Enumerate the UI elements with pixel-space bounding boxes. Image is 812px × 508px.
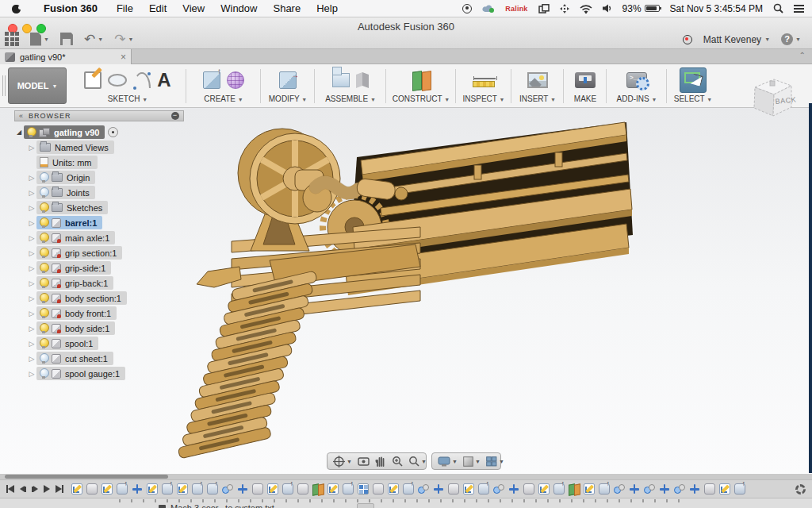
- timeline-extrude-feature[interactable]: [162, 483, 173, 495]
- timeline-move-feature[interactable]: [132, 483, 143, 495]
- menu-file[interactable]: File: [109, 2, 141, 14]
- new-file-button[interactable]: ▼: [30, 33, 49, 46]
- timeline-settings-gear-icon[interactable]: [795, 484, 806, 495]
- tree-row[interactable]: ▷spool:1: [27, 336, 193, 351]
- zoom-tool[interactable]: [392, 456, 403, 467]
- create-sketch-icon[interactable]: [84, 71, 102, 89]
- timeline-extrude-feature[interactable]: [117, 483, 128, 495]
- timeline-body-feature[interactable]: [297, 483, 308, 495]
- expand-arrow-icon[interactable]: ▷: [27, 370, 36, 378]
- browser-minus-icon[interactable]: −: [171, 112, 179, 120]
- insert-menu[interactable]: INSERT ▼: [514, 94, 561, 103]
- expand-arrow-icon[interactable]: ▷: [27, 204, 36, 212]
- make-menu[interactable]: MAKE: [566, 94, 604, 103]
- tree-row[interactable]: ▷Named Views: [27, 140, 193, 155]
- fit-tool[interactable]: ▼: [408, 456, 427, 467]
- visibility-bulb-icon[interactable]: [40, 263, 48, 273]
- expand-arrow-icon[interactable]: ◢: [14, 129, 24, 136]
- extrude-icon[interactable]: [203, 71, 220, 89]
- workspace-selector[interactable]: MODEL▼: [8, 67, 67, 104]
- app-grid-icon[interactable]: [5, 32, 19, 46]
- tree-row[interactable]: Units: mm: [27, 155, 193, 170]
- visibility-bulb-icon[interactable]: [40, 233, 48, 243]
- visibility-bulb-icon[interactable]: [40, 202, 48, 213]
- visibility-bulb-icon[interactable]: [40, 308, 48, 318]
- expand-arrow-icon[interactable]: ▷: [27, 174, 36, 182]
- tree-row[interactable]: ▷main axle:1: [27, 230, 193, 245]
- timeline-sketch-feature[interactable]: [177, 483, 188, 495]
- tree-row[interactable]: ▷grip section:1: [27, 245, 193, 260]
- visibility-bulb-icon[interactable]: [40, 353, 48, 364]
- menu-share[interactable]: Share: [265, 2, 308, 14]
- assemble-menu[interactable]: ASSEMBLE ▼: [317, 94, 384, 103]
- visibility-bulb-icon[interactable]: [40, 293, 48, 303]
- timeline-sketch-feature[interactable]: [719, 483, 730, 495]
- construct-plane-icon[interactable]: [411, 71, 431, 89]
- timeline-move-feature[interactable]: [689, 483, 700, 495]
- step-forward-button[interactable]: [32, 486, 38, 492]
- help-menu[interactable]: ? ▼: [781, 33, 801, 45]
- expand-arrow-icon[interactable]: ▷: [27, 310, 36, 318]
- timeline-move-feature[interactable]: [659, 483, 670, 495]
- tree-row[interactable]: ▷barrel:1: [27, 215, 193, 230]
- modify-menu[interactable]: MODIFY ▼: [263, 94, 312, 103]
- tree-row[interactable]: ▷body side:1: [27, 321, 193, 336]
- expand-arrow-icon[interactable]: ▷: [27, 249, 36, 257]
- timeline-joint-feature[interactable]: [222, 483, 233, 495]
- construct-menu[interactable]: CONSTRUCT ▼: [389, 94, 454, 103]
- notification-center-icon[interactable]: [794, 5, 804, 13]
- timeline-sketch-feature[interactable]: [147, 483, 158, 495]
- joint-tool-icon[interactable]: [356, 72, 369, 88]
- inspect-menu[interactable]: INSPECT ▼: [458, 94, 509, 103]
- timeline-sketch-feature[interactable]: [584, 483, 595, 495]
- volume-icon[interactable]: [603, 4, 612, 13]
- expand-arrow-icon[interactable]: ▷: [27, 325, 36, 333]
- display-settings[interactable]: ▼: [438, 456, 458, 467]
- job-status-icon[interactable]: [683, 35, 692, 44]
- toolbar-collapse-icon[interactable]: ⌃: [799, 51, 806, 60]
- visibility-bulb-icon[interactable]: [27, 127, 35, 137]
- expand-arrow-icon[interactable]: ▷: [27, 144, 36, 152]
- timeline-extrude-feature[interactable]: [343, 483, 354, 495]
- synergy-icon[interactable]: [560, 4, 569, 13]
- spotlight-search-icon[interactable]: [773, 3, 783, 13]
- timeline-scrollbar-thumb[interactable]: [5, 475, 168, 479]
- timeline-extrude-feature[interactable]: [282, 483, 293, 495]
- arc-tool-icon[interactable]: [133, 72, 151, 88]
- expand-arrow-icon[interactable]: ▷: [27, 219, 36, 227]
- wifi-icon[interactable]: [580, 4, 592, 13]
- battery-indicator[interactable]: 93%: [622, 3, 660, 14]
- orbit-tool[interactable]: ▼: [333, 456, 352, 468]
- timeline-sketch-feature[interactable]: [463, 483, 474, 495]
- addins-menu[interactable]: ADD-INS ▼: [609, 94, 665, 103]
- timeline-plane-feature[interactable]: [569, 483, 580, 495]
- visibility-bulb-icon[interactable]: [40, 172, 48, 183]
- timeline-extrude-feature[interactable]: [553, 483, 565, 495]
- timeline-plane-feature[interactable]: [312, 483, 324, 495]
- expand-arrow-icon[interactable]: ▷: [27, 279, 36, 287]
- window-switch-icon[interactable]: [538, 4, 550, 13]
- timeline-move-feature[interactable]: [508, 483, 519, 495]
- measure-icon[interactable]: [473, 81, 495, 87]
- timeline-sketch-feature[interactable]: [327, 483, 339, 495]
- form-sphere-icon[interactable]: [227, 71, 244, 89]
- viewports-settings[interactable]: ▼: [486, 456, 504, 467]
- go-to-end-button[interactable]: [56, 485, 63, 493]
- tree-row[interactable]: ▷cut sheet:1: [27, 351, 193, 366]
- menu-clock[interactable]: Sat Nov 5 3:45:54 PM: [670, 3, 763, 14]
- timeline-pattern-feature[interactable]: [358, 483, 369, 495]
- menu-window[interactable]: Window: [213, 2, 265, 14]
- grid-snap-settings[interactable]: ▼: [463, 456, 481, 467]
- ribbon-grip[interactable]: [2, 75, 6, 96]
- visibility-bulb-icon[interactable]: [40, 187, 48, 198]
- timeline-extrude-feature[interactable]: [192, 483, 203, 495]
- step-back-button[interactable]: [20, 486, 26, 492]
- play-button[interactable]: [44, 485, 50, 493]
- timeline-extrude-feature[interactable]: [734, 483, 745, 495]
- timeline-move-feature[interactable]: [629, 483, 640, 495]
- timeline-sketch-feature[interactable]: [71, 483, 82, 495]
- timeline-body-feature[interactable]: [373, 483, 384, 495]
- redo-button[interactable]: ↷▼: [114, 33, 133, 46]
- tree-row[interactable]: ▷Sketches: [27, 200, 193, 215]
- timeline-sketch-feature[interactable]: [102, 483, 113, 495]
